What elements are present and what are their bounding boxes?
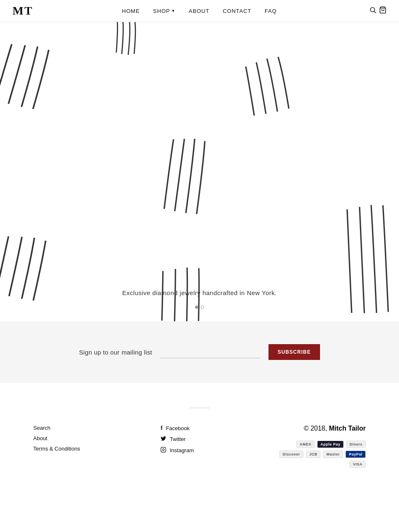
subscribe-label: Sign up to our mailing list	[79, 349, 152, 356]
subscribe-section: Sign up to our mailing list SUBSCRIBE	[0, 321, 399, 383]
subscribe-email-input[interactable]	[160, 346, 260, 358]
facebook-icon: f	[160, 425, 163, 431]
footer-divider	[189, 408, 210, 408]
footer-link-terms[interactable]: Terms & Conditions	[33, 446, 80, 452]
hero-section: Exclusive diamond jewelry handcrafted in…	[0, 22, 399, 321]
header-icons	[369, 6, 387, 15]
site-logo[interactable]: MT	[12, 4, 33, 17]
payment-amex: AMEX	[296, 441, 315, 448]
payment-icons: AMEX Apple Pay Diners Discover JCB Maste…	[274, 441, 366, 468]
footer-link-search[interactable]: Search	[33, 425, 80, 431]
subscribe-inner: Sign up to our mailing list SUBSCRIBE	[79, 344, 320, 360]
footer-link-about[interactable]: About	[33, 435, 80, 441]
cart-icon[interactable]	[379, 6, 387, 15]
payment-paypal: PayPal	[345, 451, 366, 458]
dot-2[interactable]	[201, 305, 204, 309]
footer-social-col: f Facebook Twitter Instagram	[160, 425, 194, 454]
main-nav: HOME SHOP ▼ ABOUT CONTACT FAQ	[115, 5, 283, 17]
footer-columns: Search About Terms & Conditions f Facebo…	[33, 425, 366, 468]
claw-scratch-4	[159, 136, 219, 216]
nav-contact[interactable]: CONTACT	[216, 5, 258, 17]
claw-scratch-3	[0, 39, 88, 117]
site-header: MT HOME SHOP ▼ ABOUT CONTACT FAQ	[0, 0, 399, 22]
payment-master: Master	[323, 451, 343, 458]
footer-instagram-link[interactable]: Instagram	[160, 447, 194, 454]
nav-home[interactable]: HOME	[115, 5, 146, 17]
payment-visa: VISA	[350, 461, 366, 468]
footer-twitter-link[interactable]: Twitter	[160, 436, 194, 443]
search-icon[interactable]	[369, 6, 377, 15]
dot-1[interactable]	[195, 305, 198, 309]
subscribe-button[interactable]: SUBSCRIBE	[268, 344, 320, 360]
claw-scratch-1	[108, 22, 154, 55]
svg-line-1	[374, 11, 376, 13]
footer-copyright: © 2018, Mitch Tailor	[304, 425, 366, 432]
instagram-icon	[160, 447, 166, 454]
nav-shop[interactable]: SHOP ▼	[146, 5, 182, 17]
site-footer: Search About Terms & Conditions f Facebo…	[0, 383, 399, 485]
hero-tagline: Exclusive diamond jewelry handcrafted in…	[122, 289, 277, 296]
claw-scratch-2	[236, 45, 330, 119]
footer-links-col: Search About Terms & Conditions	[33, 425, 80, 452]
payment-jcb: JCB	[306, 451, 321, 458]
footer-right-col: © 2018, Mitch Tailor AMEX Apple Pay Dine…	[274, 425, 366, 468]
twitter-icon	[160, 436, 166, 443]
claw-scratch-5	[0, 233, 81, 306]
svg-point-0	[370, 7, 375, 12]
nav-faq[interactable]: FAQ	[258, 5, 283, 17]
claw-scratch-7	[336, 202, 399, 316]
slider-dots	[195, 305, 204, 309]
footer-facebook-link[interactable]: f Facebook	[160, 425, 194, 431]
svg-rect-3	[161, 447, 166, 452]
payment-discover: Discover	[279, 451, 303, 458]
dropdown-arrow-icon: ▼	[171, 9, 175, 13]
payment-applepay: Apple Pay	[317, 441, 344, 448]
nav-about[interactable]: ABOUT	[182, 5, 216, 17]
payment-diners: Diners	[346, 441, 366, 448]
